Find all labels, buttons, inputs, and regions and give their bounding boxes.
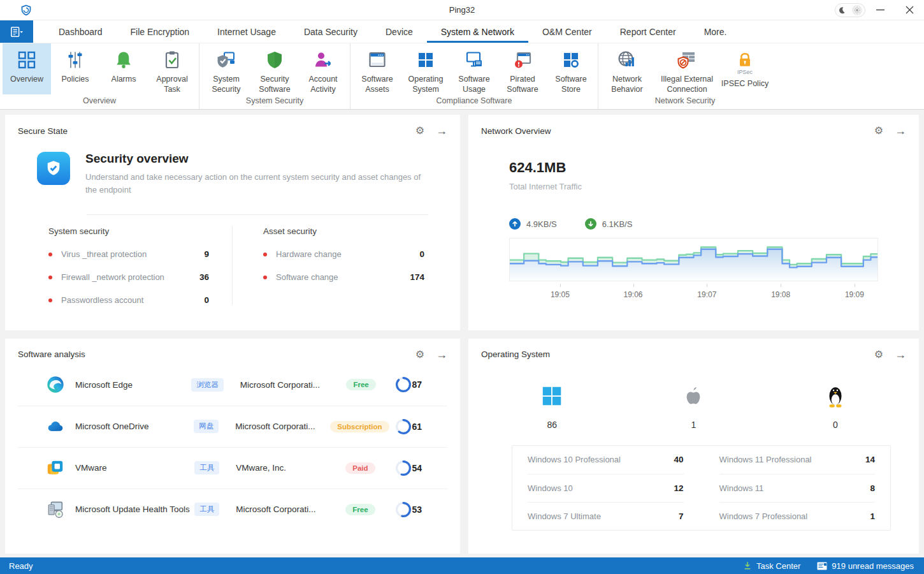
table-row: Windows 11 Professional 14 [719,446,876,474]
ribbon-item-software-usage[interactable]: Software Usage [450,43,498,94]
upload-speed-value: 4.9KB/S [526,219,557,229]
ribbon-item-security-software[interactable]: Security Software [250,43,299,94]
gear-icon[interactable]: ⚙ [874,126,883,136]
os-windows: 86 [481,382,623,430]
ribbon-item-software-store[interactable]: Software Store [547,43,595,94]
task-center-button[interactable]: Task Center [743,561,800,571]
panel-operating-system: Operating System ⚙ → 86 1 0 [468,339,919,554]
download-icon [743,561,752,570]
license-badge: Free [345,504,375,515]
table-row: Windows 11 8 [719,474,876,502]
ribbon-item-pirated-software[interactable]: Pirated Software [498,43,547,94]
lock-icon-caption: IPSec [737,69,753,75]
arrow-right-icon[interactable]: → [436,349,447,360]
unread-messages-button[interactable]: 919 unread messages [817,561,914,571]
table-row: Windows 10 12 [528,474,684,502]
vmware-icon [46,459,65,478]
linux-tux-icon [821,382,849,410]
window-alert-icon [512,49,533,71]
os-value: 12 [674,483,683,493]
gear-icon[interactable]: ⚙ [874,350,883,360]
traffic-chart-x-axis: 19:0519:0619:0719:0819:09 [509,286,878,300]
os-count: 1 [691,420,697,430]
os-name: Windows 10 Professional [528,455,621,464]
ribbon-item-alarms[interactable]: Alarms [99,43,148,94]
tab-data-security[interactable]: Data Security [290,20,372,43]
moon-icon[interactable] [838,6,846,14]
ribbon-item-overview[interactable]: Overview [3,43,51,94]
x-tick-label: 19:05 [551,290,570,299]
software-row-onedrive[interactable]: Microsoft OneDrive 网盘 Microsoft Corporat… [18,406,447,447]
arrow-up-circle-icon [509,218,521,230]
ribbon-group-network-security: Network Behavior Illegal External Connec… [598,43,772,109]
theme-toggle[interactable] [835,3,865,17]
ribbon-item-label: Network Behavior [601,75,653,94]
unread-messages-label: 919 unread messages [832,561,914,571]
ribbon-item-label: Security Software [250,75,299,94]
arrow-right-icon[interactable]: → [436,125,447,136]
ribbon-item-approval-task[interactable]: Approval Task [148,43,196,94]
tab-more[interactable]: More. [690,20,741,43]
stat-label: Software change [276,272,338,282]
ribbon-item-network-behavior[interactable]: Network Behavior [601,43,653,94]
software-score: 53 [412,504,422,515]
apple-logo-icon [679,382,707,410]
panel-title: Network Overview [481,126,551,136]
arrow-right-icon[interactable]: → [895,349,906,360]
stat-row-hardware-change: Hardware change 0 [263,249,424,259]
x-tick-label: 19:06 [624,290,643,299]
software-row-edge[interactable]: Microsoft Edge 浏览器 Microsoft Corporati..… [18,364,447,406]
download-speed-value: 6.1KB/S [602,219,633,229]
tick-mark [707,284,707,287]
stat-label: Virus _threat protection [61,249,147,259]
stat-value: 0 [204,295,209,305]
tab-report-center[interactable]: Report Center [606,20,690,43]
software-score: 54 [412,463,422,473]
stat-row-software-change: Software change 174 [263,272,424,282]
ribbon-item-operating-system[interactable]: Operating System [401,43,450,94]
store-grid-icon [560,49,582,71]
shield-device-icon [215,49,237,71]
close-button[interactable] [895,1,924,20]
ribbon-item-system-security[interactable]: System Security [202,43,250,94]
window-title: Ping32 [0,5,924,15]
system-security-column: System security Virus _threat protection… [18,226,233,305]
tab-device[interactable]: Device [372,20,427,43]
tab-dashboard[interactable]: Dashboard [45,20,117,43]
monitor-window-icon [463,49,485,71]
tab-internet-usage[interactable]: Internet Usage [203,20,290,43]
category-tag: 工具 [194,461,219,475]
status-bar: Ready Task Center 919 unread messages [0,557,924,574]
ribbon-item-label: Policies [61,75,89,85]
installer-tools-icon [46,500,65,519]
tab-file-encryption[interactable]: File Encryption [117,20,204,43]
os-value: 14 [865,455,875,464]
ribbon-item-ipsec-policy[interactable]: IPSec IPSEC Policy [721,43,769,94]
ribbon-item-label: Illegal External Connection [653,75,721,94]
tab-system-network[interactable]: System & Network [427,20,528,43]
ribbon-item-illegal-external-connection[interactable]: Illegal External Connection [653,43,721,94]
os-name: Windows 11 Professional [719,455,812,464]
software-vendor: Microsoft Corporati... [235,422,333,431]
panel-secure-state: Secure State ⚙ → Security overview Under… [5,115,460,330]
ribbon-item-account-activity[interactable]: Account Activity [299,43,347,94]
total-traffic-value: 624.1MB [509,159,906,176]
ribbon-group-label: System Security [199,94,350,109]
minimize-button[interactable] [865,1,895,20]
gear-icon[interactable]: ⚙ [415,126,424,136]
main-menu-button[interactable] [0,20,33,43]
ribbon-item-policies[interactable]: Policies [51,43,99,94]
sun-icon[interactable] [852,5,862,15]
software-row-vmware[interactable]: VMware 工具 VMware, Inc. Paid 54 [18,447,447,489]
arrow-right-icon[interactable]: → [895,125,906,136]
panel-software-analysis: Software analysis ⚙ → Microsoft Edge 浏览器… [5,339,460,554]
panel-title: Operating System [481,350,550,359]
gear-icon[interactable]: ⚙ [415,350,424,360]
ribbon-item-software-assets[interactable]: Software Assets [353,43,401,94]
traffic-chart [509,238,878,284]
menu-bar: Dashboard File Encryption Internet Usage… [0,20,924,43]
tab-om-center[interactable]: O&M Center [528,20,606,43]
windows-logo-icon [538,382,566,410]
stat-label: Firewall _network protection [61,272,164,282]
software-row-update-health-tools[interactable]: Microsoft Update Health Tools 工具 Microso… [18,489,447,530]
